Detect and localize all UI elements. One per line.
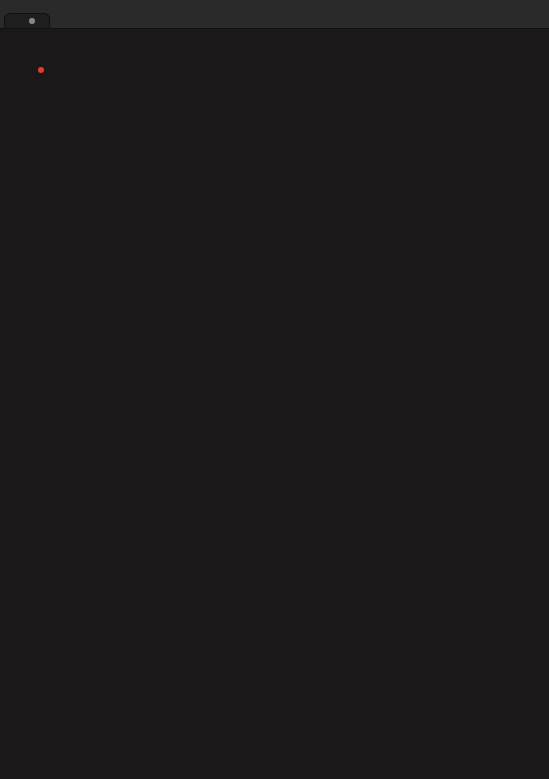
highlight-annotation (38, 67, 44, 73)
editor[interactable] (0, 29, 549, 779)
tab-bar (0, 0, 549, 29)
code-area[interactable] (38, 29, 549, 779)
gutter (0, 29, 38, 779)
file-tab[interactable] (4, 13, 50, 28)
modified-indicator-icon (29, 18, 35, 24)
